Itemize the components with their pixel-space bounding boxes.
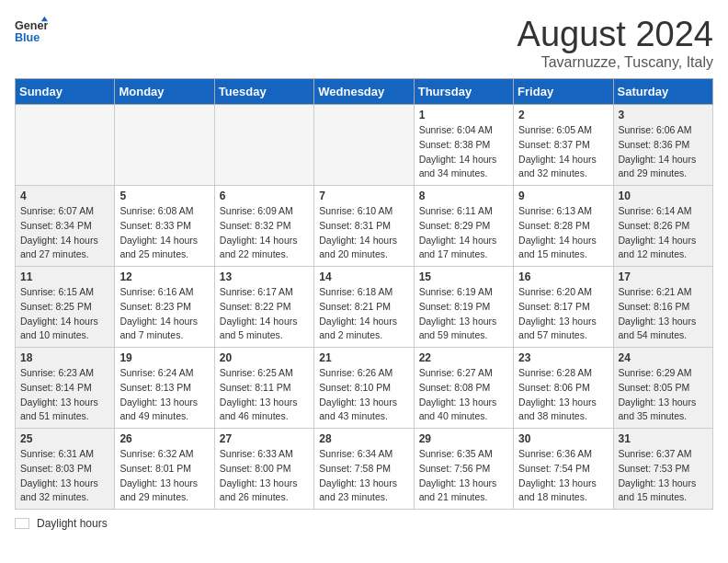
calendar-cell: 3Sunrise: 6:06 AMSunset: 8:36 PMDaylight… [613, 105, 712, 186]
day-info: Sunrise: 6:10 AMSunset: 8:31 PMDaylight:… [319, 204, 408, 262]
calendar-cell: 9Sunrise: 6:13 AMSunset: 8:28 PMDaylight… [514, 186, 613, 267]
day-number: 14 [319, 270, 408, 283]
day-info: Sunrise: 6:19 AMSunset: 8:19 PMDaylight:… [419, 285, 508, 343]
weekday-header-saturday: Saturday [613, 79, 712, 105]
day-number: 11 [20, 270, 109, 283]
day-info: Sunrise: 6:20 AMSunset: 8:17 PMDaylight:… [518, 285, 608, 343]
calendar-cell: 2Sunrise: 6:05 AMSunset: 8:37 PMDaylight… [514, 105, 613, 186]
day-info: Sunrise: 6:24 AMSunset: 8:13 PMDaylight:… [119, 366, 209, 424]
day-info: Sunrise: 6:17 AMSunset: 8:22 PMDaylight:… [220, 285, 309, 343]
calendar-cell: 15Sunrise: 6:19 AMSunset: 8:19 PMDayligh… [414, 267, 513, 348]
calendar-cell: 4Sunrise: 6:07 AMSunset: 8:34 PMDaylight… [16, 186, 115, 267]
calendar-cell: 23Sunrise: 6:28 AMSunset: 8:06 PMDayligh… [514, 348, 613, 429]
calendar-cell: 29Sunrise: 6:35 AMSunset: 7:56 PMDayligh… [414, 429, 513, 510]
day-number: 23 [518, 351, 608, 364]
day-info: Sunrise: 6:36 AMSunset: 7:54 PMDaylight:… [518, 447, 608, 505]
calendar-cell: 30Sunrise: 6:36 AMSunset: 7:54 PMDayligh… [514, 429, 613, 510]
calendar-cell: 31Sunrise: 6:37 AMSunset: 7:53 PMDayligh… [613, 429, 712, 510]
day-number: 29 [419, 432, 508, 445]
weekday-header-thursday: Thursday [414, 79, 513, 105]
day-number: 2 [518, 109, 608, 121]
day-info: Sunrise: 6:26 AMSunset: 8:10 PMDaylight:… [319, 366, 408, 424]
day-number: 3 [619, 109, 708, 121]
day-info: Sunrise: 6:27 AMSunset: 8:08 PMDaylight:… [419, 366, 508, 424]
calendar-cell [214, 105, 313, 186]
week-row-3: 11Sunrise: 6:15 AMSunset: 8:25 PMDayligh… [16, 267, 713, 348]
day-number: 26 [119, 432, 209, 445]
week-row-4: 18Sunrise: 6:23 AMSunset: 8:14 PMDayligh… [16, 348, 713, 429]
day-number: 9 [518, 190, 608, 202]
calendar-cell [314, 105, 414, 186]
day-number: 7 [319, 190, 408, 202]
day-number: 30 [518, 432, 608, 445]
day-number: 13 [220, 270, 309, 283]
calendar-cell: 13Sunrise: 6:17 AMSunset: 8:22 PMDayligh… [214, 267, 313, 348]
day-info: Sunrise: 6:23 AMSunset: 8:14 PMDaylight:… [20, 366, 109, 424]
calendar-table: SundayMondayTuesdayWednesdayThursdayFrid… [15, 78, 713, 510]
day-number: 19 [119, 351, 209, 364]
calendar-cell: 12Sunrise: 6:16 AMSunset: 8:23 PMDayligh… [115, 267, 214, 348]
calendar-cell: 14Sunrise: 6:18 AMSunset: 8:21 PMDayligh… [314, 267, 414, 348]
calendar-cell: 18Sunrise: 6:23 AMSunset: 8:14 PMDayligh… [16, 348, 115, 429]
calendar-cell: 27Sunrise: 6:33 AMSunset: 8:00 PMDayligh… [214, 429, 313, 510]
day-info: Sunrise: 6:16 AMSunset: 8:23 PMDaylight:… [119, 285, 209, 343]
day-info: Sunrise: 6:35 AMSunset: 7:56 PMDaylight:… [419, 447, 508, 505]
location-title: Tavarnuzze, Tuscany, Italy [518, 54, 713, 71]
day-number: 15 [419, 270, 508, 283]
calendar-cell: 17Sunrise: 6:21 AMSunset: 8:16 PMDayligh… [613, 267, 712, 348]
calendar-cell: 5Sunrise: 6:08 AMSunset: 8:33 PMDaylight… [115, 186, 214, 267]
day-number: 20 [220, 351, 309, 364]
calendar-cell: 6Sunrise: 6:09 AMSunset: 8:32 PMDaylight… [214, 186, 313, 267]
calendar-cell: 7Sunrise: 6:10 AMSunset: 8:31 PMDaylight… [314, 186, 414, 267]
legend-label: Daylight hours [37, 517, 108, 530]
day-number: 8 [419, 190, 508, 202]
calendar-cell: 10Sunrise: 6:14 AMSunset: 8:26 PMDayligh… [613, 186, 712, 267]
calendar-cell: 11Sunrise: 6:15 AMSunset: 8:25 PMDayligh… [16, 267, 115, 348]
day-info: Sunrise: 6:28 AMSunset: 8:06 PMDaylight:… [518, 366, 608, 424]
weekday-header-sunday: Sunday [16, 79, 115, 105]
weekday-header-row: SundayMondayTuesdayWednesdayThursdayFrid… [16, 79, 713, 105]
day-info: Sunrise: 6:06 AMSunset: 8:36 PMDaylight:… [619, 123, 708, 181]
weekday-header-friday: Friday [514, 79, 613, 105]
calendar-cell: 20Sunrise: 6:25 AMSunset: 8:11 PMDayligh… [214, 348, 313, 429]
day-number: 10 [619, 190, 708, 202]
day-info: Sunrise: 6:15 AMSunset: 8:25 PMDaylight:… [20, 285, 109, 343]
calendar-cell: 19Sunrise: 6:24 AMSunset: 8:13 PMDayligh… [115, 348, 214, 429]
calendar-cell: 26Sunrise: 6:32 AMSunset: 8:01 PMDayligh… [115, 429, 214, 510]
calendar-cell: 22Sunrise: 6:27 AMSunset: 8:08 PMDayligh… [414, 348, 513, 429]
calendar-cell: 8Sunrise: 6:11 AMSunset: 8:29 PMDaylight… [414, 186, 513, 267]
calendar-cell [16, 105, 115, 186]
svg-text:Blue: Blue [15, 31, 40, 44]
day-info: Sunrise: 6:04 AMSunset: 8:38 PMDaylight:… [419, 123, 508, 181]
day-info: Sunrise: 6:11 AMSunset: 8:29 PMDaylight:… [419, 204, 508, 262]
day-info: Sunrise: 6:08 AMSunset: 8:33 PMDaylight:… [119, 204, 209, 262]
day-number: 1 [419, 109, 508, 121]
day-info: Sunrise: 6:37 AMSunset: 7:53 PMDaylight:… [619, 447, 708, 505]
day-number: 17 [619, 270, 708, 283]
day-number: 27 [220, 432, 309, 445]
day-number: 6 [220, 190, 309, 202]
weekday-header-wednesday: Wednesday [314, 79, 414, 105]
weekday-header-monday: Monday [115, 79, 214, 105]
week-row-1: 1Sunrise: 6:04 AMSunset: 8:38 PMDaylight… [16, 105, 713, 186]
day-info: Sunrise: 6:33 AMSunset: 8:00 PMDaylight:… [220, 447, 309, 505]
day-number: 24 [619, 351, 708, 364]
day-number: 28 [319, 432, 408, 445]
calendar-cell [115, 105, 214, 186]
weekday-header-tuesday: Tuesday [214, 79, 313, 105]
day-number: 21 [319, 351, 408, 364]
calendar-cell: 28Sunrise: 6:34 AMSunset: 7:58 PMDayligh… [314, 429, 414, 510]
day-info: Sunrise: 6:34 AMSunset: 7:58 PMDaylight:… [319, 447, 408, 505]
month-year-title: August 2024 [518, 15, 713, 54]
day-info: Sunrise: 6:25 AMSunset: 8:11 PMDaylight:… [220, 366, 309, 424]
logo-icon: General Blue [15, 15, 48, 48]
day-number: 5 [119, 190, 209, 202]
day-info: Sunrise: 6:29 AMSunset: 8:05 PMDaylight:… [619, 366, 708, 424]
day-info: Sunrise: 6:18 AMSunset: 8:21 PMDaylight:… [319, 285, 408, 343]
calendar-cell: 1Sunrise: 6:04 AMSunset: 8:38 PMDaylight… [414, 105, 513, 186]
day-info: Sunrise: 6:14 AMSunset: 8:26 PMDaylight:… [619, 204, 708, 262]
day-number: 31 [619, 432, 708, 445]
logo: General Blue [15, 15, 48, 48]
legend: Daylight hours [15, 517, 713, 530]
day-number: 25 [20, 432, 109, 445]
